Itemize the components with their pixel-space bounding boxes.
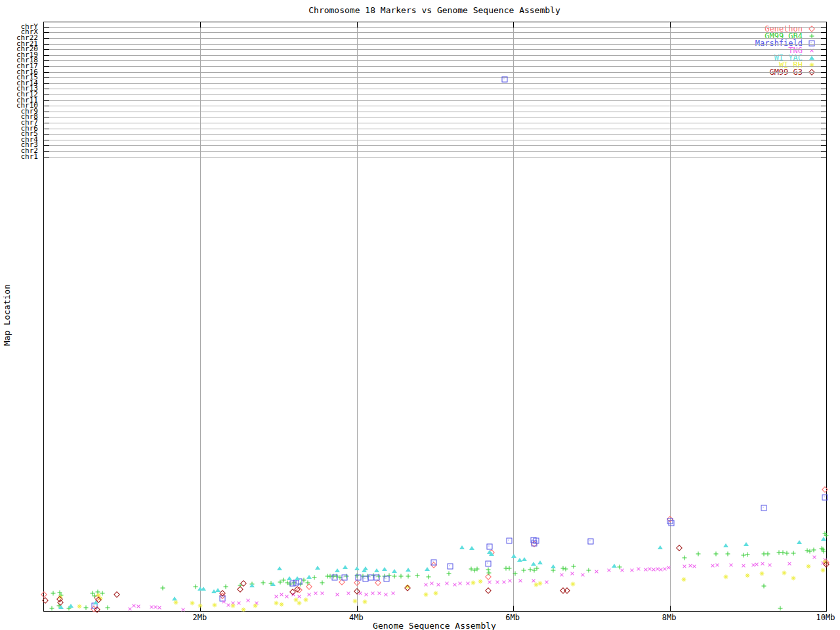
point-gm99-gb4 bbox=[696, 551, 700, 556]
point-wi-yac bbox=[306, 575, 312, 579]
point-gm99-gb4 bbox=[261, 580, 265, 585]
point-tng bbox=[486, 579, 493, 585]
point-wi-rh bbox=[198, 603, 203, 608]
point-wi-yac bbox=[612, 564, 617, 568]
point-tng bbox=[494, 579, 501, 585]
point-gm99-gb4 bbox=[392, 574, 397, 579]
point-wi-rh bbox=[724, 574, 728, 579]
left-tick bbox=[44, 60, 49, 61]
point-tng bbox=[569, 570, 576, 577]
point-gm99-gb4 bbox=[398, 574, 403, 579]
chromosome-line-chr5 bbox=[44, 134, 826, 135]
point-tng bbox=[383, 591, 389, 598]
point-gm99-gb4 bbox=[791, 551, 795, 556]
point-wi-yac bbox=[374, 568, 379, 572]
point-tng bbox=[606, 567, 612, 574]
point-wi-rh bbox=[297, 601, 301, 606]
point-wi-rh bbox=[274, 601, 279, 606]
chromosome-line-chr16 bbox=[44, 72, 826, 73]
square-marker-icon bbox=[809, 40, 815, 46]
point-tng bbox=[423, 581, 429, 588]
point-tng bbox=[811, 554, 818, 560]
point-gm99-gb4 bbox=[571, 564, 576, 568]
point-wi-yac bbox=[469, 546, 474, 550]
left-tick bbox=[44, 44, 49, 45]
point-wi-rh bbox=[304, 597, 308, 602]
right-tick bbox=[821, 129, 826, 129]
left-tick bbox=[44, 117, 49, 117]
point-wi-yac bbox=[249, 583, 255, 587]
point-wi-rh bbox=[806, 564, 810, 568]
point-marshfield bbox=[502, 77, 508, 83]
point-tng bbox=[156, 604, 163, 611]
right-tick bbox=[821, 44, 826, 45]
point-gm99-g3 bbox=[485, 587, 492, 594]
left-tick bbox=[44, 145, 49, 146]
point-wi-yac bbox=[68, 604, 74, 608]
point-tng bbox=[740, 562, 747, 569]
point-tng bbox=[435, 581, 442, 588]
point-gm99-gb4 bbox=[745, 552, 749, 556]
left-tick bbox=[44, 140, 49, 140]
point-tng bbox=[629, 567, 635, 574]
point-wi-rh bbox=[362, 599, 367, 604]
point-gm99-gb4 bbox=[725, 551, 730, 556]
point-tng bbox=[786, 560, 793, 567]
chromosome-line-chr14 bbox=[44, 83, 826, 84]
point-tng bbox=[376, 590, 383, 597]
chromosome-line-chr10 bbox=[44, 106, 826, 106]
right-tick bbox=[821, 157, 826, 158]
point-marshfield bbox=[668, 520, 674, 526]
point-wi-rh bbox=[570, 581, 575, 586]
chromosome-line-chr6 bbox=[44, 129, 826, 129]
point-tng bbox=[306, 591, 312, 598]
point-wi-yac bbox=[270, 582, 276, 586]
point-wi-rh bbox=[682, 577, 686, 581]
point-wi-yac bbox=[287, 576, 292, 580]
point-wi-rh bbox=[434, 591, 438, 596]
legend-marker bbox=[803, 26, 820, 32]
plus-marker-icon bbox=[810, 33, 814, 38]
right-tick bbox=[821, 38, 826, 39]
chart: Chromosome 18 Markers vs Genome Sequence… bbox=[0, 0, 840, 630]
point-wi-rh bbox=[190, 601, 195, 606]
left-tick bbox=[44, 134, 49, 135]
left-tick bbox=[44, 38, 49, 39]
right-tick bbox=[821, 89, 826, 89]
left-tick bbox=[44, 89, 49, 89]
point-wi-rh bbox=[423, 592, 428, 597]
point-wi-yac bbox=[295, 576, 300, 580]
point-wi-yac bbox=[215, 588, 220, 592]
point-gm99-gb4 bbox=[84, 605, 89, 610]
chromosome-line-chr18 bbox=[44, 60, 826, 61]
point-wi-rh bbox=[537, 581, 542, 585]
point-wi-yac bbox=[392, 569, 397, 573]
chromosome-line-chr13 bbox=[44, 89, 826, 89]
chromosome-label-chr1: chr1 bbox=[0, 154, 38, 159]
point-wi-yac bbox=[658, 545, 663, 549]
point-gm99-g3 bbox=[564, 587, 570, 594]
right-tick bbox=[821, 27, 826, 28]
point-wi-rh bbox=[212, 603, 217, 608]
point-tng bbox=[319, 590, 326, 597]
point-tng bbox=[714, 562, 721, 568]
y-axis-title: Map Location bbox=[2, 284, 12, 346]
right-tick bbox=[821, 55, 826, 56]
right-tick bbox=[821, 94, 826, 95]
point-wi-rh bbox=[241, 608, 245, 612]
gridline-4Mb bbox=[357, 22, 358, 611]
point-tng bbox=[369, 590, 376, 597]
point-tng bbox=[766, 562, 773, 568]
point-wi-yac bbox=[201, 587, 206, 591]
point-marshfield bbox=[532, 540, 537, 546]
left-tick bbox=[44, 32, 49, 33]
triangle-marker-icon bbox=[809, 56, 814, 60]
point-wi-yac bbox=[537, 560, 543, 564]
point-wi-rh bbox=[471, 580, 476, 585]
point-tng bbox=[236, 600, 242, 606]
chromosome-line-chr1 bbox=[44, 157, 826, 158]
x-axis-title: Genome Sequence Assembly bbox=[43, 621, 826, 630]
chromosome-line-chr15 bbox=[44, 77, 826, 78]
point-tng bbox=[345, 590, 352, 597]
point-wi-rh bbox=[174, 600, 178, 605]
